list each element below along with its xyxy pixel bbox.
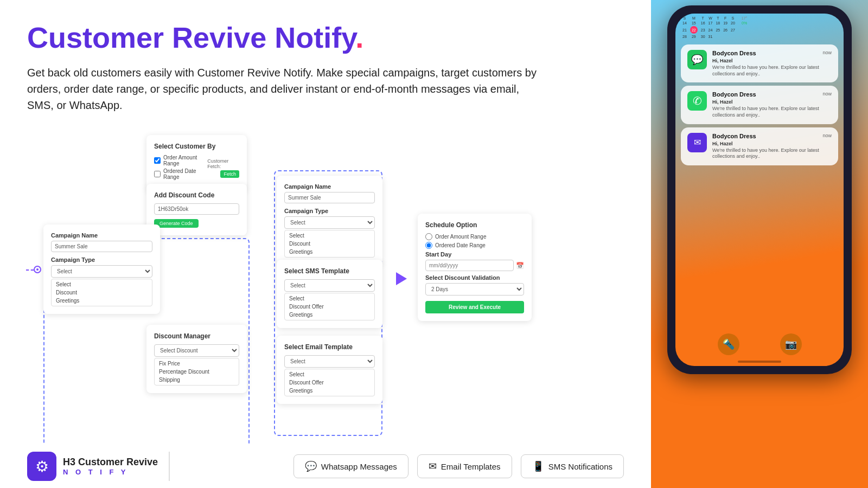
logo-text: H3 Customer Revive N O T I F Y <box>63 457 158 477</box>
sms-notif-body: We're thrilled to have you here. Explore… <box>712 65 832 77</box>
app-title: Customer Revive Notify. <box>27 22 624 54</box>
discount-code-input[interactable] <box>154 203 239 215</box>
phone-camera-icon: 📷 <box>780 333 802 355</box>
campaign-type-label-left: Campaign Type <box>51 256 152 263</box>
whatsapp-notif-greeting: Hi, Hazel <box>712 99 832 105</box>
sms-template-select[interactable]: Select Discount Offer Greetings <box>284 279 375 292</box>
email-notif-icon: ✉ <box>687 133 707 152</box>
order-amount-checkbox[interactable] <box>154 157 161 164</box>
discount-validation-label: Select Discount Validation <box>425 274 524 281</box>
sms-notif-greeting: Hi, Hazel <box>712 58 832 63</box>
logo-sub-name: N O T I F Y <box>63 468 158 476</box>
campaign-type-select-mid[interactable]: Select Discount Greetings <box>284 216 375 229</box>
card-campaign-left: Campaign Name Campaign Type Select Disco… <box>43 224 160 314</box>
whatsapp-notif-icon: ✆ <box>687 91 707 111</box>
sms-option-select[interactable]: Select <box>285 294 374 303</box>
review-execute-button[interactable]: Review and Execute <box>425 301 524 313</box>
option-discount[interactable]: Discount <box>52 288 152 297</box>
whatsapp-messages-label: Whatsapp Messages <box>321 462 397 471</box>
email-notif-body: We're thrilled to have you here. Explore… <box>712 147 832 160</box>
sms-notif-icon: 💬 <box>687 50 707 69</box>
select-email-title: Select Email Template <box>284 343 375 351</box>
whatsapp-messages-button[interactable]: 💬 Whatsapp Messages <box>293 454 409 478</box>
add-discount-title: Add Discount Code <box>154 191 239 199</box>
discount-manager-title: Discount Manager <box>154 332 239 340</box>
radio-ordered-date[interactable] <box>425 242 432 249</box>
discount-manager-select[interactable]: Select Discount Fix Price Percentage Dis… <box>154 344 239 357</box>
start-day-label: Start Day <box>425 251 524 258</box>
sms-notif-time: now <box>822 50 832 56</box>
sms-option-greetings[interactable]: Greetings <box>285 311 374 319</box>
campaign-type-select-left[interactable]: Select Discount Greetings <box>51 265 152 278</box>
discount-validation-select[interactable]: 2 Days 3 Days 5 Days <box>425 283 524 296</box>
email-templates-button[interactable]: ✉ Email Templates <box>417 454 512 478</box>
card-schedule: Schedule Option Order Amount Range Order… <box>418 214 532 321</box>
email-icon: ✉ <box>429 460 437 472</box>
whatsapp-notif-body: We're thrilled to have you here. Explore… <box>712 106 832 118</box>
schedule-title: Schedule Option <box>425 221 524 229</box>
card-select-sms: Select SMS Template Select Discount Offe… <box>277 260 382 328</box>
phone-screen: SMTWTFS 17° 14151617181920 0% 2122232425… <box>675 14 844 366</box>
sms-notif-content: Bodycon Dress now Hi, Hazel We're thrill… <box>712 50 832 77</box>
campaign-type-label-mid: Campaign Type <box>284 208 375 214</box>
calendar-mini: SMTWTFS 17° 14151617181920 0% 2122232425… <box>675 14 844 41</box>
sms-notif-title: Bodycon Dress <box>712 50 756 56</box>
logo-main-name: H3 Customer Revive <box>63 457 158 468</box>
footer: ⚙ H3 Customer Revive N O T I F Y 💬 Whats… <box>0 445 651 488</box>
email-option-discount[interactable]: Discount Offer <box>285 378 374 387</box>
card-select-email: Select Email Template Select Discount Of… <box>277 336 382 404</box>
phone-mockup: SMTWTFS 17° 14151617181920 0% 2122232425… <box>667 5 852 374</box>
select-sms-title: Select SMS Template <box>284 267 375 275</box>
card-select-customer: Select Customer By Order Amount Range Or… <box>146 135 247 191</box>
ordered-date-checkbox[interactable] <box>154 171 161 177</box>
sms-notifications-button[interactable]: 📱 SMS Notifications <box>521 454 624 478</box>
phone-container: SMTWTFS 17° 14151617181920 0% 2122232425… <box>651 0 868 488</box>
sms-icon: 📱 <box>532 460 544 472</box>
campaign-name-label-left: Campaign Name <box>51 232 152 239</box>
phone-bottom-icons: 🔦 📷 <box>675 333 844 355</box>
email-notif-title: Bodycon Dress <box>712 133 756 139</box>
email-notif-time: now <box>822 133 832 139</box>
email-template-select[interactable]: Select Discount Offer Greetings <box>284 355 375 368</box>
email-notif-content: Bodycon Dress now Hi, Hazel We're thrill… <box>712 133 832 160</box>
mid-option-greetings[interactable]: Greetings <box>285 248 374 256</box>
sms-notifications-label: SMS Notifications <box>548 462 612 471</box>
select-customer-title: Select Customer By <box>154 143 239 150</box>
logo-icon: ⚙ <box>27 452 56 481</box>
home-indicator <box>738 361 781 363</box>
email-option-greetings[interactable]: Greetings <box>285 387 374 395</box>
notification-whatsapp: ✆ Bodycon Dress now Hi, Hazel We're thri… <box>681 86 838 124</box>
start-day-input[interactable] <box>425 260 514 271</box>
calendar-icon: 📅 <box>516 262 524 269</box>
campaign-name-input-left[interactable] <box>51 241 152 252</box>
notification-sms: 💬 Bodycon Dress now Hi, Hazel We're thri… <box>681 44 838 82</box>
campaign-name-input-mid[interactable] <box>284 192 375 203</box>
dm-option-percentage[interactable]: Percentage Discount <box>155 368 239 376</box>
option-select[interactable]: Select <box>52 280 152 288</box>
campaign-name-label-mid: Campaign Name <box>284 183 375 190</box>
phone-flashlight-icon: 🔦 <box>718 333 739 355</box>
notification-email: ✉ Bodycon Dress now Hi, Hazel We're thri… <box>681 127 838 165</box>
generate-code-button[interactable]: Generate Code <box>154 219 199 228</box>
footer-buttons: 💬 Whatsapp Messages ✉ Email Templates 📱 … <box>293 454 624 478</box>
mid-option-discount[interactable]: Discount <box>285 240 374 248</box>
left-content: Customer Revive Notify. Get back old cus… <box>0 0 651 488</box>
whatsapp-icon: 💬 <box>305 460 317 472</box>
radio-order-amount[interactable] <box>425 233 432 240</box>
app-description: Get back old customers easily with Custo… <box>27 65 548 113</box>
mid-option-select[interactable]: Select <box>285 232 374 240</box>
dm-option-shipping[interactable]: Shipping <box>155 376 239 384</box>
dm-option-fix[interactable]: Fix Price <box>155 359 239 368</box>
option-greetings[interactable]: Greetings <box>52 297 152 305</box>
workflow-diagram: Select Customer By Order Amount Range Or… <box>27 130 624 406</box>
email-option-select[interactable]: Select <box>285 370 374 378</box>
email-notif-greeting: Hi, Hazel <box>712 141 832 146</box>
card-campaign-middle: Campaign Name Campaign Type Select Disco… <box>277 176 382 265</box>
fetch-badge[interactable]: Fetch <box>220 170 239 178</box>
whatsapp-notif-time: now <box>822 91 832 98</box>
main-container: Customer Revive Notify. Get back old cus… <box>0 0 868 488</box>
sms-option-discount[interactable]: Discount Offer <box>285 303 374 311</box>
card-discount-manager: Discount Manager Select Discount Fix Pri… <box>146 325 247 393</box>
whatsapp-notif-content: Bodycon Dress now Hi, Hazel We're thrill… <box>712 91 832 118</box>
whatsapp-notif-title: Bodycon Dress <box>712 91 756 98</box>
